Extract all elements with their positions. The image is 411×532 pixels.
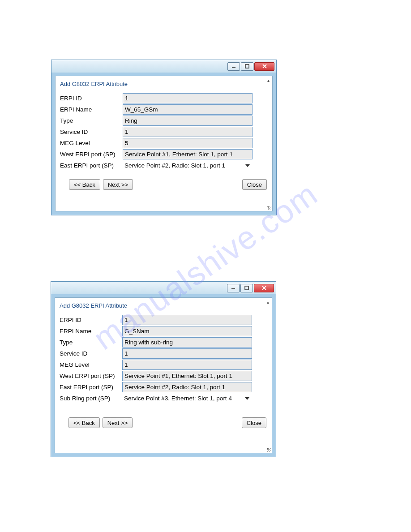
erpi-name-value: G_SNam xyxy=(122,326,252,336)
type-label: Type xyxy=(60,339,121,346)
service-id-label: Service ID xyxy=(60,350,121,357)
chevron-down-icon xyxy=(245,397,249,400)
page-title: Add G8032 ERPI Attribute xyxy=(56,76,272,93)
close-button[interactable]: Close xyxy=(242,417,266,428)
back-button[interactable]: << Back xyxy=(69,179,100,190)
west-erpi-port-label: West ERPI port (SP) xyxy=(60,151,122,158)
east-erpi-port-label: East ERPI port (SP) xyxy=(60,384,121,390)
type-label: Type xyxy=(60,117,122,124)
scroll-up-arrow[interactable]: ▴ xyxy=(265,299,271,305)
back-button[interactable]: << Back xyxy=(68,417,100,428)
minimize-button[interactable] xyxy=(227,62,240,71)
west-erpi-port-value: Service Point #1, Ethernet: Slot 1, port… xyxy=(122,371,252,381)
page-title: Add G8032 ERPI Attribute xyxy=(55,298,272,314)
meg-level-value: 1 xyxy=(122,360,252,370)
close-window-button[interactable] xyxy=(254,62,274,71)
dialog-window-1: ▴ Add G8032 ERPI Attribute ERPI ID 1 ERP… xyxy=(51,60,277,215)
close-window-button[interactable] xyxy=(254,284,274,292)
maximize-button[interactable] xyxy=(241,62,253,71)
erpi-name-label: ERPI Name xyxy=(60,328,121,335)
type-value: Ring xyxy=(123,116,253,126)
erpi-id-value: 1 xyxy=(123,93,253,103)
resize-grip[interactable] xyxy=(266,447,271,452)
west-erpi-port-value: Service Point #1, Ethernet: Slot 1, port… xyxy=(123,149,253,159)
erpi-name-value: W_65_GSm xyxy=(123,104,253,115)
sub-ring-port-select[interactable]: Service Point #3, Ethernet: Slot 1, port… xyxy=(122,393,252,403)
east-erpi-port-select[interactable]: Service Point #2, Radio: Slot 1, port 1 xyxy=(123,160,253,171)
service-id-label: Service ID xyxy=(60,129,122,135)
erpi-name-label: ERPI Name xyxy=(60,106,122,113)
titlebar xyxy=(51,282,276,294)
meg-level-label: MEG Level xyxy=(60,140,122,146)
maximize-button[interactable] xyxy=(240,284,253,292)
content-panel: ▴ Add G8032 ERPI Attribute ERPI ID 1 ERP… xyxy=(55,76,273,211)
sub-ring-port-label: Sub Ring port (SP) xyxy=(60,395,121,402)
svg-rect-1 xyxy=(245,64,249,68)
minimize-button[interactable] xyxy=(227,284,240,292)
erpi-id-label: ERPI ID xyxy=(60,95,122,102)
type-value: Ring with sub-ring xyxy=(122,337,252,348)
close-button[interactable]: Close xyxy=(242,179,267,190)
sub-ring-port-selected: Service Point #3, Ethernet: Slot 1, port… xyxy=(124,395,232,402)
east-erpi-port-selected: Service Point #2, Radio: Slot 1, port 1 xyxy=(124,162,225,169)
next-button[interactable]: Next >> xyxy=(103,417,133,428)
service-id-value: 1 xyxy=(123,127,253,137)
svg-rect-5 xyxy=(245,286,248,290)
east-erpi-port-label: East ERPI port (SP) xyxy=(60,162,122,169)
titlebar xyxy=(51,60,276,73)
chevron-down-icon xyxy=(245,164,250,167)
east-erpi-port-value: Service Point #2, Radio: Slot 1, port 1 xyxy=(122,382,252,392)
erpi-id-label: ERPI ID xyxy=(60,317,121,323)
meg-level-value: 5 xyxy=(123,138,253,148)
resize-grip[interactable] xyxy=(266,205,272,210)
service-id-value: 1 xyxy=(122,348,252,359)
scroll-up-arrow[interactable]: ▴ xyxy=(265,77,271,83)
next-button[interactable]: Next >> xyxy=(103,179,133,190)
erpi-id-value: 1 xyxy=(122,315,252,325)
content-panel: ▴ Add G8032 ERPI Attribute ERPI ID 1 ERP… xyxy=(55,297,272,453)
meg-level-label: MEG Level xyxy=(60,361,121,368)
west-erpi-port-label: West ERPI port (SP) xyxy=(60,373,121,379)
dialog-window-2: ▴ Add G8032 ERPI Attribute ERPI ID 1 ERP… xyxy=(51,281,276,457)
